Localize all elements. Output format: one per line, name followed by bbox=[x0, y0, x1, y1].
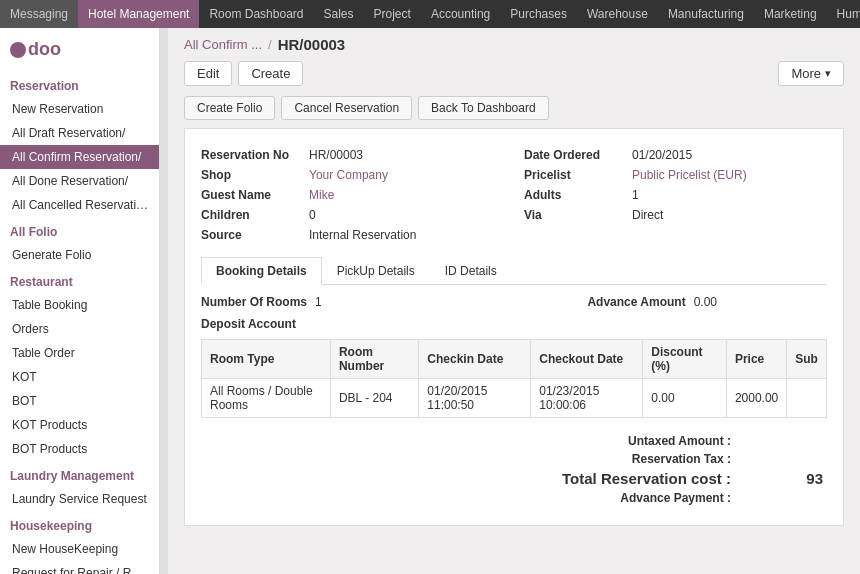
breadcrumb-current: HR/00003 bbox=[278, 36, 346, 53]
total-cost-value: 93 bbox=[743, 470, 823, 487]
col-sub: Sub bbox=[787, 340, 827, 379]
cell-sub bbox=[787, 379, 827, 418]
nav-room-dashboard[interactable]: Room Dashboard bbox=[199, 0, 313, 28]
detail-tabs: Booking Details PickUp Details ID Detail… bbox=[201, 257, 827, 285]
field-via: Via Direct bbox=[524, 205, 827, 225]
cell-discount: 0.00 bbox=[643, 379, 727, 418]
sidebar-item-new-housekeeping[interactable]: New HouseKeeping bbox=[0, 537, 159, 561]
field-shop: Shop Your Company bbox=[201, 165, 504, 185]
nav-human-resources[interactable]: Human Resources bbox=[827, 0, 860, 28]
guest-name-link[interactable]: Mike bbox=[309, 188, 334, 202]
action-bar: Create Folio Cancel Reservation Back To … bbox=[168, 94, 860, 128]
sidebar-section-reservation: Reservation bbox=[0, 71, 159, 97]
sidebar-item-generate-folio[interactable]: Generate Folio bbox=[0, 243, 159, 267]
totals-section: Untaxed Amount : Reservation Tax : Total… bbox=[201, 434, 827, 509]
booking-table: Room Type Room Number Checkin Date Check… bbox=[201, 339, 827, 418]
untaxed-amount-row: Untaxed Amount : bbox=[571, 434, 823, 448]
col-discount: Discount (%) bbox=[643, 340, 727, 379]
cell-room-number: DBL - 204 bbox=[330, 379, 418, 418]
cell-price: 2000.00 bbox=[726, 379, 786, 418]
tab-pickup-details[interactable]: PickUp Details bbox=[322, 257, 430, 285]
nav-hotel-management[interactable]: Hotel Management bbox=[78, 0, 199, 28]
create-folio-button[interactable]: Create Folio bbox=[184, 96, 275, 120]
col-room-type: Room Type bbox=[202, 340, 331, 379]
edit-button[interactable]: Edit bbox=[184, 61, 232, 86]
svg-point-0 bbox=[10, 42, 26, 58]
field-source: Source Internal Reservation bbox=[201, 225, 504, 245]
cell-room-type: All Rooms / Double Rooms bbox=[202, 379, 331, 418]
sidebar-item-repair-request[interactable]: Request for Repair / Rep... bbox=[0, 561, 159, 574]
sidebar-item-draft-reservation[interactable]: All Draft Reservation/ bbox=[0, 121, 159, 145]
booking-advance-field: Advance Amount 0.00 bbox=[587, 295, 717, 309]
breadcrumb-separator: / bbox=[268, 37, 272, 52]
nav-manufacturing[interactable]: Manufacturing bbox=[658, 0, 754, 28]
nav-messaging[interactable]: Messaging bbox=[0, 0, 78, 28]
sidebar-item-kot[interactable]: KOT bbox=[0, 365, 159, 389]
field-pricelist: Pricelist Public Pricelist (EUR) bbox=[524, 165, 827, 185]
col-room-number: Room Number bbox=[330, 340, 418, 379]
sidebar-item-orders[interactable]: Orders bbox=[0, 317, 159, 341]
nav-project[interactable]: Project bbox=[364, 0, 421, 28]
back-to-dashboard-button[interactable]: Back To Dashboard bbox=[418, 96, 549, 120]
booking-details-content: Number Of Rooms 1 Advance Amount 0.00 De… bbox=[201, 295, 827, 418]
sidebar-item-laundry-service[interactable]: Laundry Service Request bbox=[0, 487, 159, 511]
sidebar: doo Reservation New Reservation All Draf… bbox=[0, 28, 160, 574]
sidebar-item-bot[interactable]: BOT bbox=[0, 389, 159, 413]
cell-checkout-date: 01/23/2015 10:00:06 bbox=[531, 379, 643, 418]
tab-booking-details[interactable]: Booking Details bbox=[201, 257, 322, 285]
form-right-column: Date Ordered 01/20/2015 Pricelist Public… bbox=[524, 145, 827, 245]
form-left-column: Reservation No HR/00003 Shop Your Compan… bbox=[201, 145, 504, 245]
cancel-reservation-button[interactable]: Cancel Reservation bbox=[281, 96, 412, 120]
odoo-logo: doo bbox=[10, 36, 80, 64]
breadcrumb-link[interactable]: All Confirm ... bbox=[184, 37, 262, 52]
sidebar-item-done-reservation[interactable]: All Done Reservation/ bbox=[0, 169, 159, 193]
form-fields: Reservation No HR/00003 Shop Your Compan… bbox=[201, 145, 827, 245]
sidebar-item-table-booking[interactable]: Table Booking bbox=[0, 293, 159, 317]
col-price: Price bbox=[726, 340, 786, 379]
sidebar-item-bot-products[interactable]: BOT Products bbox=[0, 437, 159, 461]
total-cost-label: Total Reservation cost : bbox=[562, 470, 731, 487]
reservation-tax-row: Reservation Tax : bbox=[571, 452, 823, 466]
cell-checkin-date: 01/20/2015 11:00:50 bbox=[419, 379, 531, 418]
deposit-account-row: Deposit Account bbox=[201, 317, 827, 331]
col-checkout-date: Checkout Date bbox=[531, 340, 643, 379]
sidebar-section-laundry: Laundry Management bbox=[0, 461, 159, 487]
field-children: Children 0 bbox=[201, 205, 504, 225]
field-date-ordered: Date Ordered 01/20/2015 bbox=[524, 145, 827, 165]
sidebar-section-housekeeping: Housekeeping bbox=[0, 511, 159, 537]
field-reservation-no: Reservation No HR/00003 bbox=[201, 145, 504, 165]
advance-payment-row: Advance Payment : bbox=[571, 491, 823, 505]
sidebar-item-confirm-reservation[interactable]: All Confirm Reservation/ bbox=[0, 145, 159, 169]
breadcrumb: All Confirm ... / HR/00003 bbox=[168, 28, 860, 57]
more-button[interactable]: More bbox=[778, 61, 844, 86]
shop-link[interactable]: Your Company bbox=[309, 168, 388, 182]
total-cost-row: Total Reservation cost : 93 bbox=[562, 470, 823, 487]
top-navigation: Messaging Hotel Management Room Dashboar… bbox=[0, 0, 860, 28]
toolbar: Edit Create More bbox=[168, 57, 860, 94]
form-card: Reservation No HR/00003 Shop Your Compan… bbox=[184, 128, 844, 526]
sidebar-item-cancelled-reservation[interactable]: All Cancelled Reservation bbox=[0, 193, 159, 217]
col-checkin-date: Checkin Date bbox=[419, 340, 531, 379]
nav-purchases[interactable]: Purchases bbox=[500, 0, 577, 28]
booking-summary-row: Number Of Rooms 1 Advance Amount 0.00 bbox=[201, 295, 827, 309]
nav-accounting[interactable]: Accounting bbox=[421, 0, 500, 28]
nav-marketing[interactable]: Marketing bbox=[754, 0, 827, 28]
sidebar-item-table-order[interactable]: Table Order bbox=[0, 341, 159, 365]
sidebar-item-kot-products[interactable]: KOT Products bbox=[0, 413, 159, 437]
nav-sales[interactable]: Sales bbox=[313, 0, 363, 28]
advance-payment-label: Advance Payment : bbox=[571, 491, 731, 505]
tab-id-details[interactable]: ID Details bbox=[430, 257, 512, 285]
sidebar-section-folio: All Folio bbox=[0, 217, 159, 243]
nav-warehouse[interactable]: Warehouse bbox=[577, 0, 658, 28]
main-content: All Confirm ... / HR/00003 Edit Create M… bbox=[168, 28, 860, 574]
create-button[interactable]: Create bbox=[238, 61, 303, 86]
sidebar-item-new-reservation[interactable]: New Reservation bbox=[0, 97, 159, 121]
pricelist-link[interactable]: Public Pricelist (EUR) bbox=[632, 168, 747, 182]
field-guest-name: Guest Name Mike bbox=[201, 185, 504, 205]
sidebar-section-restaurant: Restaurant bbox=[0, 267, 159, 293]
sidebar-scrollbar[interactable] bbox=[160, 28, 168, 574]
table-row: All Rooms / Double Rooms DBL - 204 01/20… bbox=[202, 379, 827, 418]
untaxed-label: Untaxed Amount : bbox=[571, 434, 731, 448]
tax-label: Reservation Tax : bbox=[571, 452, 731, 466]
booking-rooms-field: Number Of Rooms 1 bbox=[201, 295, 322, 309]
